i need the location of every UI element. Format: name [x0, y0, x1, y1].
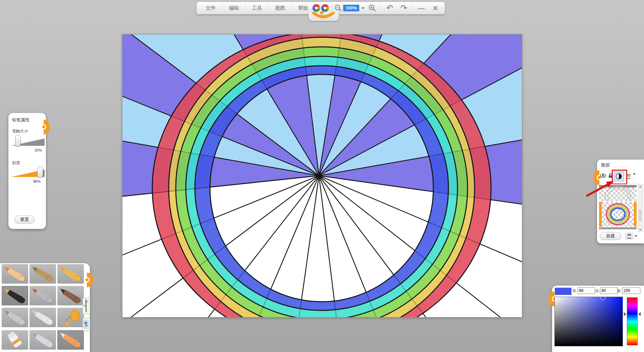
- layers-panel-title: 图层: [601, 162, 610, 168]
- pencil-properties-panel: 铅笔属性 笔触大小 20% 软度 86% 重置: [8, 113, 46, 229]
- selected-layer-indicator: [599, 202, 602, 227]
- clown-mascot-tab: [308, 12, 339, 21]
- hue-slider[interactable]: [627, 297, 638, 345]
- layers-panel: 图层: [597, 160, 644, 243]
- softness-slider[interactable]: [11, 167, 45, 178]
- scroll-down-icon[interactable]: [639, 229, 642, 231]
- color-picker-panel: R: G: B:: [552, 286, 644, 352]
- layer-item-rainbow[interactable]: [599, 202, 637, 227]
- chevron-down-icon[interactable]: [635, 235, 637, 237]
- annotation-highlight-box: [612, 170, 627, 184]
- tool-airbrush[interactable]: [2, 308, 28, 327]
- tool-palette: [0, 263, 90, 352]
- layers-scrollbar[interactable]: [638, 184, 643, 232]
- menu-item-3[interactable]: 视图: [269, 2, 292, 14]
- next-layer-edge: [599, 227, 637, 229]
- layer-visibility-eye-icon[interactable]: [600, 173, 606, 180]
- tool-eraser[interactable]: [57, 330, 84, 350]
- scroll-up-icon[interactable]: [639, 186, 642, 187]
- divider: [598, 184, 640, 184]
- clown-nose-icon: [320, 11, 324, 14]
- toolbar-separator: [413, 3, 413, 13]
- color-cursor-icon[interactable]: [600, 295, 605, 300]
- tool-paint-tube[interactable]: [2, 330, 28, 350]
- reset-button[interactable]: 重置: [14, 216, 35, 224]
- blue-label: B:: [618, 289, 621, 293]
- panel-title: 铅笔属性: [12, 117, 30, 123]
- selected-layer-indicator: [634, 202, 637, 227]
- panel-handle-icon[interactable]: [548, 292, 554, 306]
- redo-button[interactable]: ↷: [398, 3, 410, 13]
- chevron-down-icon[interactable]: [633, 175, 636, 181]
- menu-item-2[interactable]: 工具: [246, 2, 269, 14]
- tool-paint-roller[interactable]: [57, 308, 84, 327]
- toolbar-separator: [381, 3, 381, 13]
- red-input[interactable]: [578, 287, 595, 294]
- brush-size-value: 20%: [35, 148, 42, 152]
- tool-palette-knife[interactable]: [30, 308, 56, 327]
- red-label: R:: [573, 289, 577, 293]
- softness-slider-thumb[interactable]: [37, 166, 43, 178]
- layer-controls-row: [597, 171, 644, 182]
- blue-input[interactable]: [622, 287, 640, 294]
- zoom-level-dropdown[interactable]: [361, 3, 365, 13]
- current-color-swatch: [555, 288, 572, 295]
- panel-handle-icon[interactable]: [44, 120, 50, 134]
- scrollbar-thumb[interactable]: [639, 210, 642, 222]
- softness-label: 软度: [12, 160, 20, 166]
- undo-button[interactable]: ↶: [384, 3, 396, 13]
- bamboo-brush-preset-button[interactable]: [83, 298, 90, 314]
- hue-marker-left-icon[interactable]: [624, 312, 626, 316]
- layer-list-menu-button[interactable]: [625, 233, 633, 239]
- softness-value: 86%: [33, 179, 41, 183]
- brush-size-label: 笔触大小: [12, 128, 28, 134]
- panel-handle-icon[interactable]: [87, 273, 93, 287]
- main-toolbar: 文件编辑工具视图帮助 100% ↶ ↷ —: [196, 2, 445, 14]
- stamp-preset-button[interactable]: [83, 318, 90, 331]
- zoom-out-button[interactable]: [333, 3, 343, 13]
- brush-size-slider[interactable]: [11, 136, 45, 147]
- toolbar-separator: [332, 3, 333, 13]
- tool-pencil[interactable]: [2, 264, 28, 284]
- layer-item-top[interactable]: [599, 185, 637, 201]
- application-window: 文件编辑工具视图帮助 100% ↶ ↷ —: [0, 0, 644, 352]
- brush-size-slider-thumb[interactable]: [15, 135, 21, 146]
- zoom-in-button[interactable]: [368, 3, 377, 13]
- tool-crayon[interactable]: [57, 264, 84, 284]
- close-button[interactable]: ×: [429, 3, 441, 13]
- tool-flat-brush[interactable]: [30, 286, 56, 305]
- minimize-button[interactable]: —: [415, 3, 427, 13]
- tool-ink-brush[interactable]: [57, 286, 84, 305]
- saturation-value-field[interactable]: [554, 297, 623, 346]
- clown-left-eye-icon[interactable]: [312, 4, 320, 12]
- drawing-canvas[interactable]: [122, 34, 522, 317]
- zoom-level-value[interactable]: 100%: [343, 5, 359, 11]
- green-label: G:: [595, 289, 600, 293]
- tool-wood-pen[interactable]: [30, 264, 56, 284]
- menu-item-1[interactable]: 编辑: [222, 2, 246, 14]
- new-layer-button[interactable]: 新建: [600, 232, 621, 240]
- tool-fountain-pen[interactable]: [2, 286, 28, 305]
- menu-list: 文件编辑工具视图帮助: [199, 2, 315, 14]
- menu-item-0[interactable]: 文件: [199, 2, 222, 14]
- hue-marker-right-icon[interactable]: [638, 312, 641, 316]
- chevron-down-icon: [362, 7, 364, 9]
- rainbow-wheel-drawing: [122, 35, 522, 317]
- green-input[interactable]: [600, 287, 618, 294]
- tool-spatula[interactable]: [30, 330, 56, 350]
